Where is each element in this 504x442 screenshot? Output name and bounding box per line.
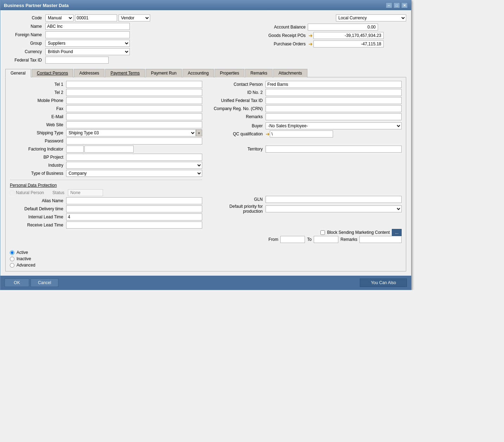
status-radio-group: Active Inactive Advanced [10, 250, 35, 268]
default-priority-select[interactable] [266, 205, 402, 212]
inactive-radio-row: Inactive [10, 256, 35, 261]
tab-payment-run[interactable]: Payment Run [146, 69, 182, 77]
to-label: To [307, 237, 312, 242]
type-of-business-select[interactable]: Company [66, 170, 202, 177]
tab-addresses[interactable]: Addresses [74, 69, 104, 77]
currency-select[interactable]: British Pound [45, 48, 130, 55]
tab-col-left: Tel 1 Tel 2 Mobile Phone Fax [10, 81, 202, 244]
unified-federal-input[interactable] [266, 97, 402, 104]
company-reg-input[interactable] [266, 105, 402, 112]
gln-input[interactable] [266, 196, 402, 203]
fax-label: Fax [10, 106, 66, 111]
industry-select[interactable] [66, 162, 202, 169]
shipping-select[interactable]: Shiping Type 03 [66, 129, 196, 136]
company-reg-label: Company Reg. No. (CRN) [209, 106, 266, 111]
purchase-orders-arrow[interactable]: ➜ [308, 41, 313, 47]
bp-project-input[interactable] [66, 154, 202, 161]
email-row: E-Mail [10, 113, 202, 120]
factoring-input-2[interactable] [84, 146, 134, 153]
tab-general-content: Tel 1 Tel 2 Mobile Phone Fax [5, 77, 406, 271]
shipping-list-button[interactable]: ≡ [196, 129, 202, 136]
fax-input[interactable] [66, 105, 202, 112]
remarks-input[interactable] [266, 113, 402, 120]
tab-contact-persons[interactable]: Contact Persons [32, 69, 74, 77]
qc-input[interactable]: \ [270, 130, 333, 137]
role-select[interactable]: Vendor [119, 14, 150, 21]
maximize-button[interactable]: □ [394, 2, 400, 8]
default-delivery-row: Default Delivery time [10, 205, 202, 212]
tab-attachments[interactable]: Attachments [273, 69, 307, 77]
unified-federal-label: Unified Federal Tax ID [209, 98, 266, 103]
buyer-select[interactable]: -No Sales Employee- [266, 122, 402, 129]
block-marketing-more-button[interactable]: ... [392, 229, 402, 236]
receive-lead-input[interactable] [66, 222, 202, 229]
minimize-button[interactable]: − [386, 2, 392, 8]
factoring-input-1[interactable] [66, 146, 84, 153]
remarks-label: Remarks [209, 114, 266, 119]
type-of-business-label: Type of Business [10, 171, 66, 176]
shipping-label: Shipping Type [10, 130, 66, 135]
qc-row: QC qualification ➜ \ [209, 130, 402, 137]
goods-receipt-arrow[interactable]: ➜ [308, 33, 313, 38]
tab-accounting[interactable]: Accounting [183, 69, 214, 77]
inactive-label: Inactive [17, 256, 31, 261]
federal-tax-input[interactable] [45, 57, 109, 64]
internal-lead-input[interactable]: 4 [66, 213, 202, 220]
advanced-radio[interactable] [10, 263, 14, 268]
name-input[interactable]: ABC Inc [45, 23, 130, 30]
cancel-button[interactable]: Cancel [31, 278, 58, 287]
group-label: Group [5, 41, 44, 46]
to-input[interactable] [314, 236, 338, 243]
unified-federal-row: Unified Federal Tax ID [209, 97, 402, 104]
from-input[interactable] [280, 236, 305, 243]
foreign-name-input[interactable] [45, 31, 130, 38]
local-currency-select[interactable]: Local Currency [336, 14, 406, 21]
inactive-radio[interactable] [10, 257, 14, 261]
email-input[interactable] [66, 113, 202, 120]
tab-payment-terms[interactable]: Payment Terms [105, 69, 145, 77]
tab-general[interactable]: General [5, 69, 31, 77]
window-title: Business Partner Master Data [4, 3, 69, 8]
password-input[interactable] [66, 137, 202, 145]
you-can-also-button[interactable]: You Can Also [360, 278, 407, 287]
website-input[interactable] [66, 121, 202, 128]
territory-label: Territory [209, 147, 266, 152]
goods-receipt-row: Goods Receipt POs ➜ -39,170,457,934.23 [259, 32, 406, 39]
tab-properties[interactable]: Properties [215, 69, 244, 77]
header-right: Local Currency Account Balance 0.00 Good… [259, 14, 406, 65]
account-balance-row: Account Balance 0.00 [259, 24, 406, 31]
buyer-label: Buyer [209, 123, 266, 128]
tabs-container: General Contact Persons Addresses Paymen… [5, 69, 406, 271]
code-type-select[interactable]: Manual [45, 14, 74, 21]
contact-person-input[interactable]: Fred Barns [266, 81, 402, 88]
type-of-business-row: Type of Business Company [10, 170, 202, 177]
mobile-row: Mobile Phone [10, 97, 202, 104]
territory-input[interactable] [266, 146, 402, 153]
remarks-bottom-input[interactable] [359, 236, 402, 243]
foreign-name-label: Foreign Name [5, 32, 44, 37]
default-delivery-label: Default Delivery time [10, 206, 66, 211]
tel1-input[interactable] [66, 81, 202, 88]
close-button[interactable]: ✕ [401, 2, 408, 8]
mobile-input[interactable] [66, 97, 202, 104]
tab-remarks[interactable]: Remarks [245, 69, 273, 77]
default-delivery-input[interactable] [66, 205, 202, 212]
block-marketing-checkbox[interactable] [320, 230, 325, 235]
purchase-orders-value: -47,115.18 [313, 40, 384, 47]
tel2-input[interactable] [66, 89, 202, 96]
main-window: Business Partner Master Data − □ ✕ Code … [0, 0, 412, 290]
id-no2-label: ID No. 2 [209, 90, 266, 95]
internal-lead-row: Internal Lead Time 4 [10, 213, 202, 220]
natural-person-checkbox[interactable] [10, 191, 14, 195]
territory-row: Territory [209, 146, 402, 153]
factoring-inputs [66, 146, 134, 153]
qc-arrow-icon[interactable]: ➜ [266, 131, 270, 137]
status-radio-section: Active Inactive Advanced [10, 250, 402, 268]
group-select[interactable]: Suppliers [45, 40, 130, 47]
code-input[interactable]: 00001 [75, 14, 117, 21]
password-label: Password [10, 139, 66, 143]
active-radio[interactable] [10, 250, 14, 255]
ok-button[interactable]: OK [5, 278, 29, 287]
alias-name-input[interactable] [66, 197, 202, 204]
id-no2-input[interactable] [266, 89, 402, 96]
